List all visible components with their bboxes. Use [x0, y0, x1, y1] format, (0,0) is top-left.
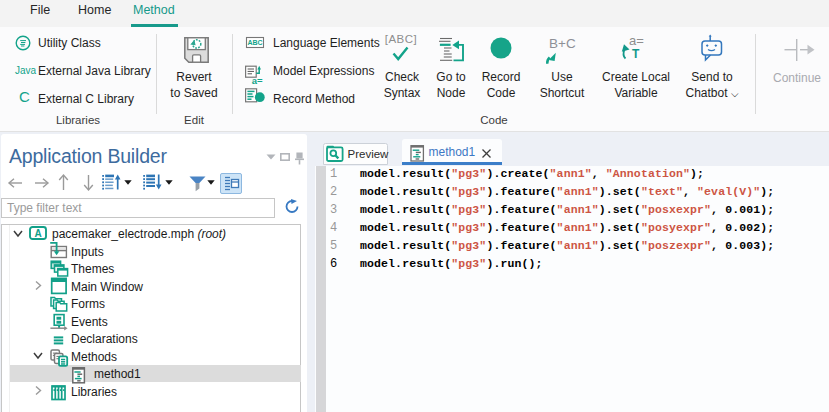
svg-text:ABC: ABC	[247, 39, 262, 46]
svg-text:T: T	[632, 47, 640, 61]
svg-text:a=: a=	[252, 75, 263, 86]
svg-text:A: A	[34, 228, 41, 239]
